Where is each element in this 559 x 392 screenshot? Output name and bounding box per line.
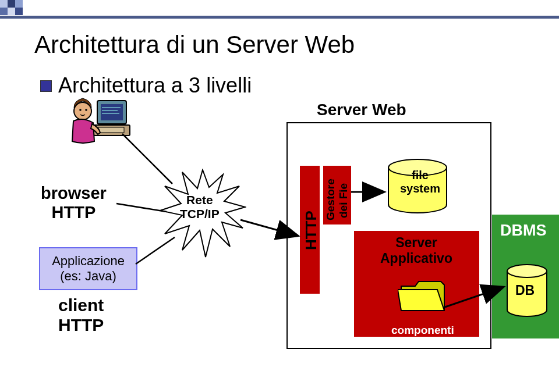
svg-point-20 <box>507 265 547 277</box>
client-http-label: clientHTTP <box>58 295 104 335</box>
network-label: ReteTCP/IP <box>180 193 220 221</box>
user-computer-icon <box>65 95 135 158</box>
svg-point-9 <box>85 109 87 111</box>
dbms-label: DBMS <box>500 222 547 240</box>
application-server-label: ServerApplicativo <box>380 235 452 266</box>
svg-rect-1 <box>101 104 123 120</box>
components-label: componenti <box>391 324 454 337</box>
svg-rect-6 <box>98 127 124 133</box>
file-manager-label-1: Gestore <box>324 179 337 220</box>
svg-marker-16 <box>398 290 444 311</box>
browser-label: browserHTTP <box>41 184 107 222</box>
bullet-text: Architettura a 3 livelli <box>58 73 252 98</box>
server-web-label: Server Web <box>317 101 406 119</box>
svg-point-8 <box>79 109 82 111</box>
java-application-box: Applicazione(es: Java) <box>39 247 137 290</box>
filesystem-label: filesystem <box>400 169 440 195</box>
bullet-icon <box>40 80 52 92</box>
slide-decor-line <box>0 16 559 19</box>
svg-point-7 <box>74 102 91 120</box>
http-module-label: HTTP <box>302 211 320 250</box>
components-folder-icon <box>398 278 447 319</box>
java-application-label: Applicazione(es: Java) <box>52 254 125 284</box>
slide-title: Architettura di un Server Web <box>34 31 355 59</box>
database-label: DB <box>515 283 535 298</box>
file-manager-label-2: dei Fie <box>337 183 350 218</box>
